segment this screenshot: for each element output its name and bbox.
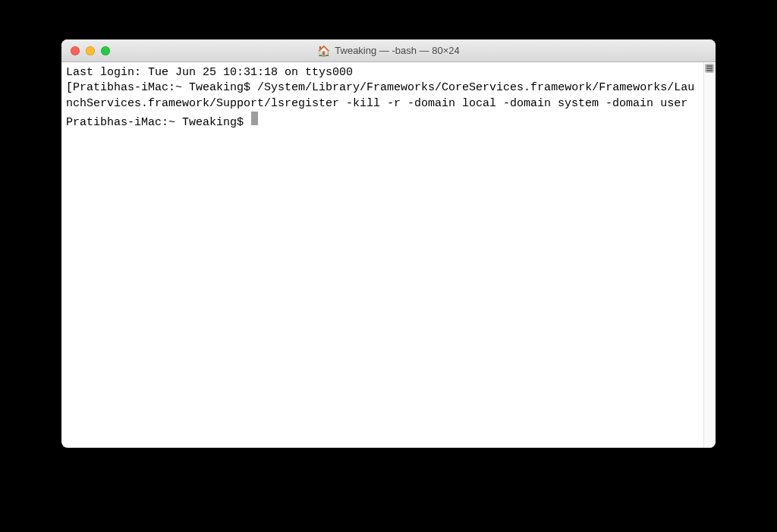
- bracket-open: [: [66, 81, 73, 94]
- prompt-1: Pratibhas-iMac:~ Tweaking$: [73, 81, 257, 94]
- scroll-indicator-icon: [705, 64, 714, 73]
- titlebar[interactable]: 🏠 Tweaking — -bash — 80×24: [61, 39, 716, 62]
- window-title-wrap: 🏠 Tweaking — -bash — 80×24: [61, 45, 716, 56]
- minimize-button[interactable]: [86, 46, 95, 55]
- last-login-line: Last login: Tue Jun 25 10:31:18 on ttys0…: [66, 65, 699, 80]
- command-line: [Pratibhas-iMac:~ Tweaking$ /System/Libr…: [66, 80, 699, 112]
- zoom-button[interactable]: [101, 46, 110, 55]
- home-icon: 🏠: [317, 46, 330, 56]
- traffic-lights: [61, 46, 110, 55]
- terminal-content[interactable]: Last login: Tue Jun 25 10:31:18 on ttys0…: [61, 62, 703, 448]
- prompt-2: Pratibhas-iMac:~ Tweaking$: [66, 115, 250, 131]
- close-button[interactable]: [71, 46, 80, 55]
- scrollbar[interactable]: [703, 62, 716, 448]
- cursor: [251, 112, 258, 125]
- window-title: Tweaking — -bash — 80×24: [335, 45, 459, 56]
- terminal-body: Last login: Tue Jun 25 10:31:18 on ttys0…: [61, 62, 716, 448]
- terminal-window: 🏠 Tweaking — -bash — 80×24 Last login: T…: [61, 39, 716, 448]
- current-prompt-line: Pratibhas-iMac:~ Tweaking$: [66, 112, 699, 131]
